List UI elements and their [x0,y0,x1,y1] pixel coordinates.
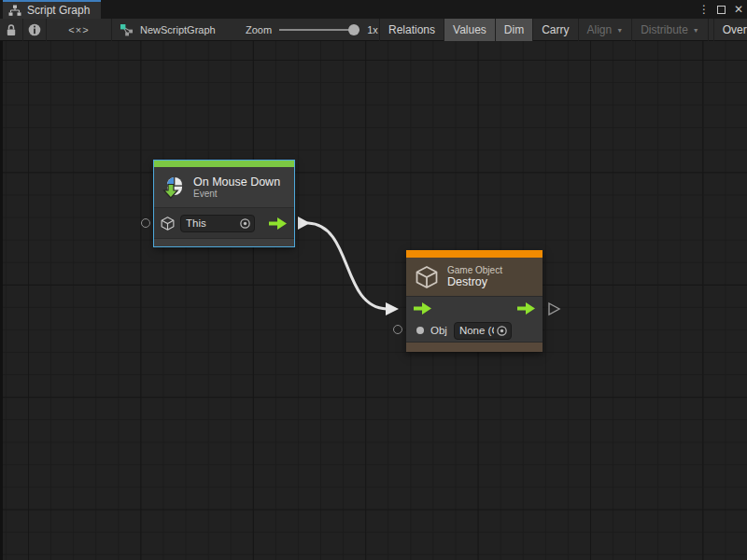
event-accent-bar [154,161,294,167]
obj-field-value: None (O [459,325,494,336]
code-preview-button[interactable]: <×> [47,19,112,41]
toolbar-buttons: Relations Values Dim Carry Align ▼ Distr… [379,19,747,41]
dim-button[interactable]: Dim [495,19,532,41]
lock-button[interactable] [0,19,23,41]
zoom-slider-handle[interactable] [348,24,359,35]
destroy-node-title: Destroy [447,275,502,288]
graph-canvas[interactable]: On Mouse Down Event This [0,41,747,560]
distribute-label: Distribute [641,20,688,41]
code-icon: <×> [68,24,89,35]
game-object-cube-icon [414,264,440,290]
destroy-enter-port-arrow[interactable] [414,302,431,315]
node-on-mouse-down[interactable]: On Mouse Down Event This [154,161,294,246]
obj-value-port-dot[interactable] [416,327,424,334]
destroy-accent-bar [406,250,543,258]
event-node-body: This [154,208,294,238]
connection-layer [3,41,747,560]
lock-icon [5,23,18,37]
obj-object-field[interactable]: None (O [454,322,512,340]
relations-button[interactable]: Relations [379,19,444,41]
object-picker-icon[interactable] [239,217,251,230]
destroy-obj-input-port[interactable] [393,325,402,334]
wire-source-arrowhead [298,217,310,230]
chevron-down-icon: ▼ [693,20,699,41]
zoom-slider[interactable] [279,24,359,35]
graph-name-group[interactable]: NewScriptGraph [120,19,216,41]
destroy-node-header[interactable]: Game Object Destroy [406,258,543,297]
event-node-header[interactable]: On Mouse Down Event [154,167,294,208]
event-target-input-port[interactable] [141,218,150,228]
distribute-button[interactable]: Distribute ▼ [631,19,709,41]
event-node-subtitle: Event [193,189,280,199]
destroy-exit-port-arrow[interactable] [517,302,535,315]
carry-button[interactable]: Carry [532,19,577,41]
align-button[interactable]: Align ▼ [578,19,632,41]
destroy-obj-row: Obj None (O [406,319,543,342]
chevron-down-icon: ▼ [616,20,623,41]
values-button[interactable]: Values [444,19,495,41]
destroy-node-category: Game Object [447,265,502,275]
destroy-node-footer [406,342,543,352]
zoom-value: 1x [367,24,378,35]
info-icon [28,23,41,36]
destroy-exit-port-triangle[interactable] [549,303,559,315]
tab-script-graph[interactable]: Script Graph [3,0,101,19]
object-picker-icon[interactable] [496,325,508,337]
window-menu-icon[interactable]: ⋮ [698,0,711,19]
tab-strip: Script Graph ⋮ ✕ [0,0,747,19]
event-node-footer [154,238,294,246]
event-node-title: On Mouse Down [193,175,280,189]
graph-hierarchy-icon [8,5,21,17]
game-object-cube-icon [160,216,176,231]
script-graph-window: Script Graph ⋮ ✕ <×> [0,0,747,560]
event-node-titles: On Mouse Down Event [193,175,280,199]
connection-wire[interactable] [308,223,387,309]
event-exit-port-arrow[interactable] [269,217,287,230]
script-graph-asset-icon [120,23,134,37]
zoom-label: Zoom [246,24,272,35]
graph-name-label: NewScriptGraph [140,24,216,35]
align-label: Align [587,20,613,41]
wire-target-arrowhead [386,302,399,315]
overview-button[interactable]: Overview [713,19,747,41]
event-target-value: This [186,217,237,229]
tab-title: Script Graph [27,4,90,17]
graph-toolbar: <×> NewScriptGraph Zoom 1x Relations Val… [0,19,747,41]
node-destroy[interactable]: Game Object Destroy Obj None (O [406,250,543,352]
destroy-node-titles: Game Object Destroy [447,265,502,288]
mouse-down-icon [162,175,186,200]
destroy-flow-row [406,297,543,319]
info-button[interactable] [23,19,47,41]
window-controls: ⋮ ✕ [698,0,745,19]
window-close-icon[interactable]: ✕ [732,0,745,19]
obj-label: Obj [430,325,447,336]
window-maximize-icon[interactable] [717,6,726,14]
event-target-field[interactable]: This [180,215,255,232]
zoom-control: Zoom 1x [246,19,378,41]
